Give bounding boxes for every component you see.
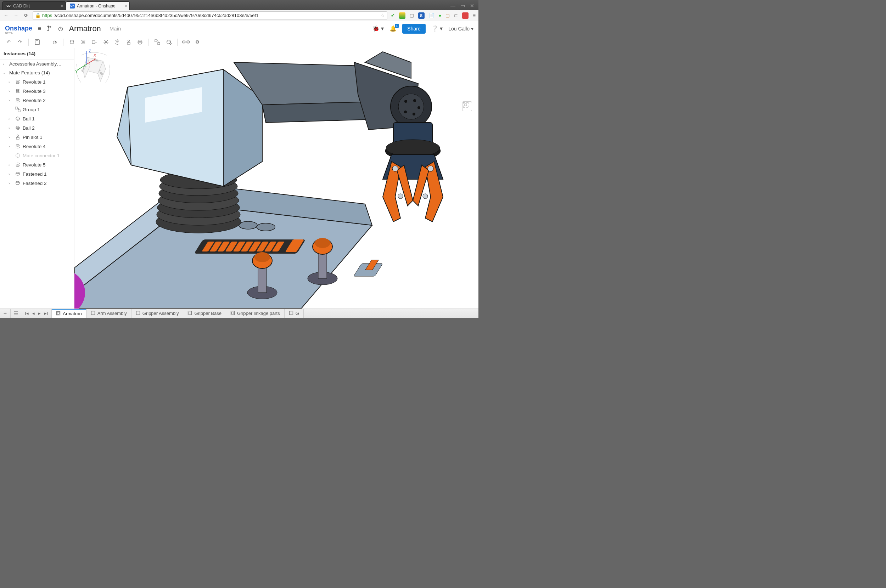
forward-button[interactable]: →: [13, 13, 19, 18]
document-tab[interactable]: Gripper linkage parts: [226, 309, 285, 318]
branch-icon[interactable]: [47, 25, 53, 32]
bug-icon[interactable]: 🐞 ▾: [372, 25, 384, 32]
tree-item[interactable]: ›Accessories Assembly…: [0, 60, 74, 68]
share-button[interactable]: Share: [402, 24, 425, 34]
expand-icon[interactable]: ›: [9, 117, 13, 121]
tree-item[interactable]: ›Revolute 4: [0, 142, 74, 151]
ext-drive-icon[interactable]: [399, 12, 405, 19]
notifications-icon[interactable]: 🔔1: [389, 25, 396, 32]
expand-icon[interactable]: ›: [9, 98, 13, 102]
cylindrical-mate-button[interactable]: [113, 38, 122, 46]
first-tab-button[interactable]: I◂: [23, 310, 30, 316]
svg-point-60: [315, 238, 330, 248]
svg-point-84: [404, 111, 407, 113]
tab-label: Armatron: [63, 311, 81, 316]
tree-item[interactable]: Mate connector 1: [0, 151, 74, 160]
3d-viewport[interactable]: Top Back Left Z Y X: [74, 48, 478, 309]
tree-item[interactable]: ›Revolute 2: [0, 96, 74, 105]
document-tab[interactable]: Armatron: [52, 309, 86, 318]
ext-check-icon[interactable]: ✔: [391, 13, 395, 18]
tangent-mate-button[interactable]: [164, 38, 173, 46]
address-bar[interactable]: 🔒 https://cad.onshape.com/documents/5d4d…: [33, 11, 387, 20]
ext-green-dot-icon[interactable]: ●: [439, 13, 441, 18]
close-icon[interactable]: ×: [125, 3, 127, 9]
tree-item[interactable]: ⌄Mate Features (14): [0, 68, 74, 77]
assembly-toolbar: ↶ ↷ ◔ ⚙⚙ ⚙: [0, 36, 478, 48]
expand-icon[interactable]: ›: [9, 163, 13, 167]
svg-point-7: [128, 40, 130, 42]
pin-slot-mate-button[interactable]: [125, 38, 133, 46]
last-tab-button[interactable]: ▸I: [43, 310, 50, 316]
tree-item[interactable]: ›Fastened 1: [0, 170, 74, 178]
redo-button[interactable]: ↷: [16, 38, 24, 46]
mate-connector-button[interactable]: ◔: [50, 38, 59, 46]
bookmark-icon[interactable]: ☆: [381, 13, 385, 18]
window-close-icon[interactable]: ✕: [470, 3, 474, 9]
expand-icon[interactable]: ⌄: [3, 70, 7, 75]
svg-point-93: [392, 166, 398, 171]
document-title[interactable]: Armatron: [69, 24, 101, 33]
fastened-mate-button[interactable]: [68, 38, 76, 46]
user-menu[interactable]: Lou Gallo ▾: [448, 26, 473, 32]
tree-item[interactable]: ›Revolute 3: [0, 86, 74, 96]
gear-relation-button[interactable]: ⚙⚙: [182, 38, 190, 46]
ext-box-icon[interactable]: ▢: [446, 13, 450, 18]
expand-icon[interactable]: ›: [9, 144, 13, 148]
svg-point-15: [16, 80, 20, 81]
browser-tab[interactable]: CD CAD Dirt ×: [2, 2, 66, 10]
tree-item[interactable]: ›Ball 1: [0, 114, 74, 123]
tree-item[interactable]: ›Ball 2: [0, 123, 74, 132]
reload-button[interactable]: ⟳: [23, 13, 29, 18]
expand-icon[interactable]: ›: [9, 80, 13, 84]
tree-item[interactable]: ›Fastened 2: [0, 178, 74, 188]
expand-icon[interactable]: ›: [9, 126, 13, 130]
ext-bracket-icon[interactable]: ⊏: [454, 13, 458, 18]
next-tab-button[interactable]: ▸: [37, 310, 42, 316]
revolute-mate-button[interactable]: [79, 38, 87, 46]
settings-button[interactable]: ⚙: [193, 38, 202, 46]
svg-point-82: [417, 106, 420, 109]
expand-icon[interactable]: ›: [3, 62, 7, 66]
insert-button[interactable]: [33, 38, 42, 46]
document-tab[interactable]: Arm Assembly: [87, 309, 132, 318]
minimize-icon[interactable]: —: [451, 3, 455, 9]
ext-s-icon[interactable]: S: [418, 12, 425, 19]
group-button[interactable]: [153, 38, 162, 46]
back-button[interactable]: ←: [3, 13, 9, 18]
tree-item[interactable]: Group 1: [0, 105, 74, 114]
expand-icon[interactable]: ›: [9, 181, 13, 185]
menu-icon[interactable]: ≡: [38, 26, 41, 32]
planar-mate-button[interactable]: [102, 38, 110, 46]
fit-view-button[interactable]: [462, 101, 472, 111]
ext-red-icon[interactable]: [462, 12, 469, 19]
ext-cast-icon[interactable]: ▢: [410, 13, 414, 18]
onshape-logo[interactable]: Onshape BETA: [5, 25, 32, 32]
expand-icon[interactable]: ›: [9, 135, 13, 139]
document-tab[interactable]: Gripper Assembly: [132, 309, 183, 318]
tree-item[interactable]: ›Revolute 5: [0, 160, 74, 170]
browser-tab-active[interactable]: On Armatron - Onshape ×: [66, 2, 130, 10]
restore-icon[interactable]: ▭: [460, 3, 465, 9]
feature-tree-panel[interactable]: Instances (14) ›Accessories Assembly…⌄Ma…: [0, 48, 74, 309]
url-scheme: https: [42, 13, 52, 18]
close-icon[interactable]: ×: [61, 3, 63, 9]
prev-tab-button[interactable]: ◂: [31, 310, 36, 316]
help-icon[interactable]: ❔ ▾: [431, 25, 443, 32]
ext-note-icon[interactable]: 📄: [429, 13, 434, 18]
hamburger-icon[interactable]: ≡: [473, 13, 476, 18]
tree-item[interactable]: ›Pin slot 1: [0, 132, 74, 142]
history-icon[interactable]: ◷: [58, 25, 63, 32]
revolute-icon: [15, 162, 21, 168]
document-tab[interactable]: G: [285, 309, 304, 318]
tab-list-button[interactable]: ☰: [11, 309, 21, 318]
browser-toolbar: ← → ⟳ 🔒 https://cad.onshape.com/document…: [0, 10, 478, 21]
add-tab-button[interactable]: ＋: [0, 309, 11, 318]
ball-mate-button[interactable]: [136, 38, 144, 46]
expand-icon[interactable]: ›: [9, 89, 13, 93]
tree-item[interactable]: ›Revolute 1: [0, 77, 74, 86]
slider-mate-button[interactable]: [90, 38, 99, 46]
undo-button[interactable]: ↶: [4, 38, 13, 46]
document-tab[interactable]: Gripper Base: [183, 309, 226, 318]
svg-line-107: [77, 64, 87, 70]
expand-icon[interactable]: ›: [9, 172, 13, 176]
